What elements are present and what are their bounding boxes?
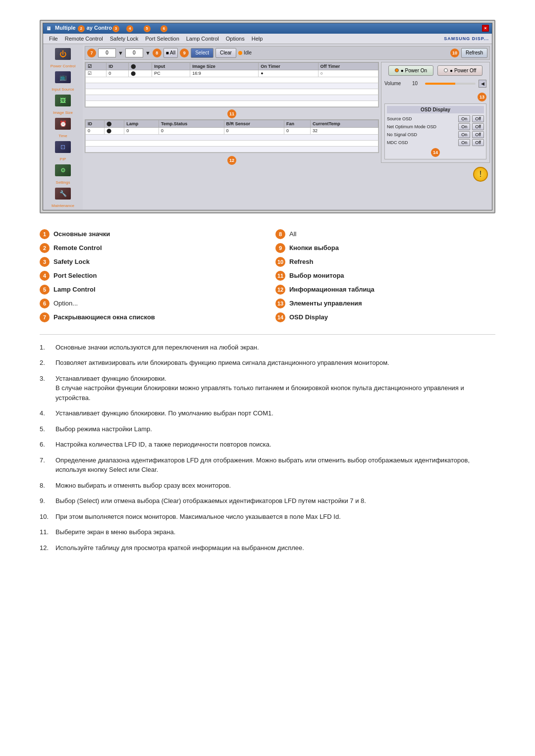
legend-badge-3: 3: [40, 257, 50, 267]
list-num-9: 9.: [40, 496, 50, 506]
legend-item-2: 2 Remote Control: [40, 243, 260, 253]
list-item-5: 5. Выбор режима настройки Lamp.: [40, 424, 495, 434]
bcol-fan: Fan: [284, 120, 311, 127]
cell-check[interactable]: ☑: [86, 70, 107, 77]
col-input: Input: [152, 62, 190, 70]
menu-bar: File Remote Control Safety Lock Port Sel…: [43, 34, 492, 44]
badge-14: 14: [431, 148, 440, 157]
sidebar-item-input[interactable]: 📺: [45, 69, 81, 86]
power-on-button[interactable]: ● Power On: [388, 65, 433, 76]
menu-remote-control[interactable]: Remote Control: [62, 35, 106, 43]
sidebar-item-time[interactable]: ⏰: [45, 116, 81, 133]
bcell-br: 0: [224, 127, 284, 134]
btable-row: 0 ⬤ 0 0 0 0 32: [86, 127, 378, 134]
mdc-osd-row: MDC OSD On Off: [387, 139, 484, 146]
table-row-empty-2: [86, 83, 378, 89]
list-item-7: 7. Определение диапазона идентификаторов…: [40, 455, 495, 475]
bcell-id: 0: [86, 127, 105, 134]
time-icon: ⏰: [55, 118, 71, 130]
badge-13: 13: [478, 93, 486, 101]
legend-badge-6: 6: [40, 299, 50, 308]
list-text-7: Определение диапазона идентификаторов LF…: [55, 455, 495, 475]
legend-item-5: 5 Lamp Control: [40, 285, 260, 295]
main-content: ⏻ Power Control 📺 Input Source 🖼: [43, 44, 492, 210]
not-optimum-off[interactable]: Off: [472, 123, 484, 130]
pip-label: PIP: [45, 157, 81, 161]
menu-lamp-control[interactable]: Lamp Control: [183, 35, 222, 43]
close-button[interactable]: ×: [482, 25, 489, 32]
list-num-1: 1.: [40, 343, 50, 353]
list-num-2: 2.: [40, 358, 50, 368]
menu-port-selection[interactable]: Port Selection: [142, 35, 182, 43]
legend-badge-5: 5: [40, 285, 50, 295]
list-item-8: 8. Можно выбирать и отменять выбор сразу…: [40, 481, 495, 491]
list-text-11: Выберите экран в меню выбора экрана.: [55, 527, 495, 537]
sidebar-item-pip[interactable]: ⊡: [45, 139, 81, 156]
legend-item-7: 7 Раскрывающиеся окна списков: [40, 312, 260, 322]
maintenance-label: Maintenance: [45, 203, 81, 208]
not-optimum-label: Net Optimum Mode OSD: [387, 124, 456, 129]
menu-help[interactable]: Help: [249, 35, 266, 43]
mdc-osd-off[interactable]: Off: [472, 139, 484, 146]
legend-badge-11: 11: [275, 271, 285, 281]
volume-row: Volume 10 ◀: [384, 80, 486, 88]
legend-text-5: Lamp Control: [54, 286, 96, 293]
legend-item-10: 10 Refresh: [275, 257, 495, 267]
list-text-5: Выбор режима настройки Lamp.: [55, 424, 495, 434]
list-num-6: 6.: [40, 440, 50, 450]
sidebar-item-image[interactable]: 🖼: [45, 93, 81, 109]
list-text-6: Настройка количества LFD ID, а также пер…: [55, 440, 495, 450]
col-check: ☑: [86, 62, 107, 70]
list-item-2: 2. Позволяет активизировать или блокиров…: [40, 358, 495, 368]
bcell-lamp: 0: [124, 127, 159, 134]
power-off-button[interactable]: ● Power Off: [437, 65, 482, 76]
no-signal-off[interactable]: Off: [472, 131, 484, 138]
source-osd-on[interactable]: On: [458, 115, 470, 122]
bcol-id: ID: [86, 120, 105, 127]
bcol-status: ⬤: [105, 120, 124, 127]
menu-file[interactable]: File: [46, 35, 61, 43]
image-label: Image Size: [45, 110, 81, 115]
clear-button[interactable]: Clear: [215, 48, 236, 58]
select-button[interactable]: Select: [191, 48, 214, 58]
no-signal-on[interactable]: On: [458, 131, 470, 138]
cell-input: PC: [152, 70, 190, 77]
not-optimum-osd-row: Net Optimum Mode OSD On Off: [387, 123, 484, 130]
source-osd-off[interactable]: Off: [472, 115, 484, 122]
numbered-list: 1. Основные значки используются для пере…: [40, 343, 495, 553]
list-num-7: 7.: [40, 455, 50, 475]
cell-on-timer: ●: [259, 70, 318, 77]
right-panel: 7 ▼ ▼ 8 ■ All 9 Select Clear Idle: [83, 44, 492, 210]
power-label: Power Control: [45, 64, 81, 68]
btable-row-empty-1: [86, 134, 378, 140]
maintenance-icon: 🔧: [55, 188, 71, 200]
col-status: ⬤: [128, 62, 152, 70]
col-on-timer: On Timer: [259, 62, 318, 70]
btable-row-empty-2: [86, 140, 378, 146]
legend-text-2: Remote Control: [54, 244, 102, 252]
list-num-4: 4.: [40, 408, 50, 418]
menu-options[interactable]: Options: [223, 35, 248, 43]
source-osd-row: Source OSD On Off: [387, 115, 484, 122]
menu-safety-lock[interactable]: Safety Lock: [107, 35, 141, 43]
osd-title: OSD Display: [387, 106, 484, 113]
bcell-current: 32: [310, 127, 378, 134]
samsung-logo: SAMSUNG DISP...: [444, 36, 489, 41]
id-input-max[interactable]: [125, 49, 143, 57]
legend-item-11: 11 Выбор монитора: [275, 271, 495, 281]
title-bar: 🖥 Multiple 2 ay Contro3 4 5 6 ×: [43, 23, 492, 34]
sidebar-item-maintenance[interactable]: 🔧: [45, 186, 81, 202]
id-input-min[interactable]: [98, 49, 116, 57]
sidebar-item-power[interactable]: ⏻: [45, 46, 81, 63]
legend-text-13: Элементы управления: [289, 300, 362, 307]
volume-arrow[interactable]: ◀: [479, 80, 486, 88]
not-optimum-on[interactable]: On: [458, 123, 470, 130]
legend-badge-9: 9: [275, 243, 285, 253]
refresh-button[interactable]: Refresh: [461, 48, 487, 58]
list-text-12: Используйте таблицу для просмотра кратко…: [55, 543, 495, 553]
volume-slider[interactable]: [425, 83, 476, 85]
sidebar-item-settings[interactable]: ⚙: [45, 162, 81, 179]
legend-text-11: Выбор монитора: [289, 272, 344, 279]
mdc-osd-on[interactable]: On: [458, 139, 470, 146]
all-button[interactable]: ■ All: [163, 48, 178, 58]
